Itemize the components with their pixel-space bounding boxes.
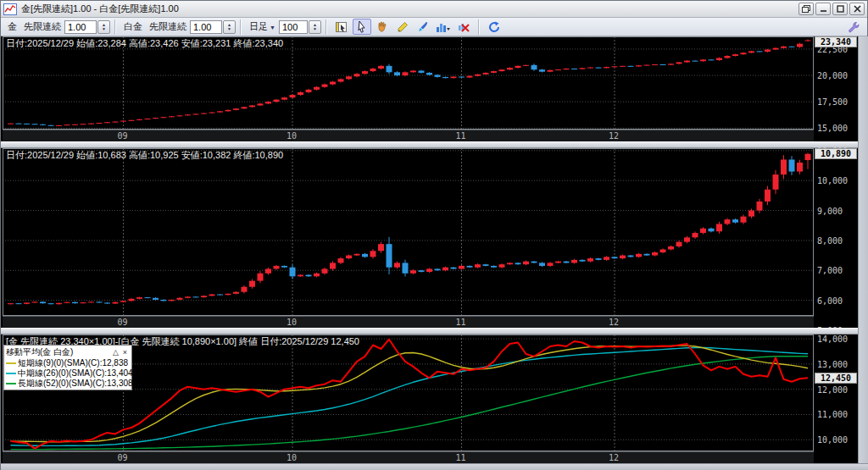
candle-down bbox=[539, 69, 545, 71]
candle-up bbox=[169, 116, 175, 117]
candle-down bbox=[467, 266, 473, 268]
gold-x-axis: 09101112 bbox=[3, 130, 814, 141]
candle-up bbox=[306, 90, 312, 92]
y-axis-label: 11,000 bbox=[817, 410, 848, 419]
candle-up bbox=[56, 125, 62, 126]
refresh-button[interactable] bbox=[485, 19, 504, 35]
candle-up bbox=[548, 70, 554, 72]
gold-multiplier-input[interactable] bbox=[64, 20, 97, 34]
candle-up bbox=[587, 258, 593, 262]
legend-color-swatch bbox=[6, 383, 16, 384]
candle-up bbox=[765, 190, 771, 202]
candle-up bbox=[548, 263, 554, 266]
x-axis-label: 12 bbox=[609, 318, 619, 327]
platinum-price-badge: 10,890 bbox=[815, 148, 857, 159]
candle-up bbox=[161, 117, 167, 118]
candle-down bbox=[419, 70, 425, 72]
candle-up bbox=[378, 244, 384, 251]
candle-up bbox=[732, 54, 738, 56]
gold-chart-panel[interactable]: 日付:2025/12/29 始値:23,284 高値:23,426 安値:23,… bbox=[3, 36, 858, 141]
candle-up bbox=[56, 303, 62, 304]
candle-up bbox=[120, 121, 126, 122]
candle-up bbox=[8, 124, 14, 124]
platinum-label: 白金 bbox=[124, 20, 142, 33]
candle-up bbox=[515, 66, 521, 68]
candle-up bbox=[346, 76, 352, 79]
candle-down bbox=[48, 303, 54, 304]
legend-collapse-button[interactable]: △ bbox=[111, 348, 120, 357]
gold-plot[interactable] bbox=[3, 36, 814, 130]
candle-up bbox=[72, 124, 78, 125]
bar-count-input[interactable] bbox=[279, 20, 308, 34]
candle-up bbox=[129, 120, 135, 121]
candle-down bbox=[539, 263, 545, 266]
candle-up bbox=[314, 87, 320, 90]
platinum-multiplier-input[interactable] bbox=[190, 20, 222, 34]
candle-up bbox=[169, 300, 175, 301]
maximize-button[interactable] bbox=[832, 3, 848, 15]
candle-up bbox=[700, 229, 706, 233]
y-axis-label: 7,000 bbox=[817, 266, 843, 275]
candle-up bbox=[741, 217, 747, 223]
minimize-button[interactable] bbox=[815, 3, 831, 15]
pencil-draw-button[interactable] bbox=[393, 19, 412, 35]
title-bar: 金[先限連続]1.00 - 白金[先限連続]1.00 bbox=[1, 1, 867, 18]
candle-down bbox=[306, 275, 312, 277]
delete-drawing-button[interactable] bbox=[454, 19, 473, 35]
select-tool-button[interactable] bbox=[353, 19, 371, 35]
candle-down bbox=[16, 124, 22, 124]
wrench-settings-icon[interactable] bbox=[844, 19, 863, 35]
candle-up bbox=[587, 68, 593, 69]
platinum-chart-panel[interactable]: 日付:2025/12/29 始値:10,683 高値:10,925 安値:10,… bbox=[3, 148, 858, 328]
candle-up bbox=[354, 74, 360, 76]
candle-up bbox=[451, 77, 457, 79]
candle-down bbox=[459, 77, 465, 78]
candle-down bbox=[709, 229, 715, 232]
candle-up bbox=[580, 68, 586, 69]
candle-up bbox=[403, 72, 409, 75]
candle-down bbox=[451, 268, 457, 269]
candle-down bbox=[628, 66, 634, 67]
gold-info-line: 日付:2025/12/29 始値:23,284 高値:23,426 安値:23,… bbox=[6, 37, 283, 50]
candle-down bbox=[612, 257, 618, 258]
gold-label: 金 bbox=[8, 20, 17, 33]
plot-frame bbox=[3, 37, 814, 130]
crosshair-tool-button[interactable] bbox=[332, 19, 351, 35]
x-axis-label: 09 bbox=[118, 453, 128, 462]
panel-splitter[interactable] bbox=[1, 328, 868, 335]
gold-multiplier-stepper[interactable]: ▲▼ bbox=[97, 20, 110, 34]
platinum-plot[interactable] bbox=[3, 148, 814, 316]
close-button[interactable] bbox=[849, 3, 865, 15]
x-axis-label: 12 bbox=[609, 453, 619, 462]
platinum-multiplier-stepper[interactable]: ▲▼ bbox=[223, 20, 236, 34]
legend-close-button[interactable]: × bbox=[120, 348, 130, 357]
candle-up bbox=[88, 301, 94, 302]
chart-type-button[interactable] bbox=[434, 19, 453, 35]
brush-draw-button[interactable] bbox=[414, 19, 432, 35]
candle-down bbox=[596, 68, 602, 69]
period-dropdown[interactable]: 日足▼ bbox=[249, 20, 275, 33]
legend-color-swatch bbox=[6, 362, 16, 364]
candle-down bbox=[531, 65, 537, 69]
candle-down bbox=[290, 268, 296, 277]
candle-up bbox=[81, 302, 86, 303]
spread-chart-panel[interactable]: [金 先限連続 23,340×1.00]-[白金 先限連続 10,890×1.0… bbox=[3, 335, 858, 463]
candle-up bbox=[693, 233, 698, 237]
window-stack-button[interactable] bbox=[798, 3, 814, 15]
panel-splitter[interactable] bbox=[1, 141, 868, 148]
platinum-x-axis: 09101112 bbox=[3, 316, 814, 328]
candle-up bbox=[612, 66, 618, 67]
candle-up bbox=[64, 124, 70, 125]
candle-down bbox=[387, 244, 392, 268]
y-axis-label: 12,000 bbox=[817, 385, 848, 395]
bar-count-stepper[interactable]: ▲▼ bbox=[309, 20, 321, 34]
hand-pan-button[interactable] bbox=[373, 19, 392, 35]
candle-down bbox=[403, 263, 409, 273]
candle-up bbox=[700, 59, 706, 61]
candle-up bbox=[265, 268, 271, 273]
platinum-info-line: 日付:2025/12/29 始値:10,683 高値:10,925 安値:10,… bbox=[6, 149, 283, 162]
candle-up bbox=[781, 159, 787, 174]
moving-average-legend: 移動平均(金 白金) △ × 短期線(9)(0)(SMA)(C):12,838 … bbox=[3, 345, 132, 390]
candle-up bbox=[797, 44, 803, 47]
candle-up bbox=[725, 219, 731, 224]
